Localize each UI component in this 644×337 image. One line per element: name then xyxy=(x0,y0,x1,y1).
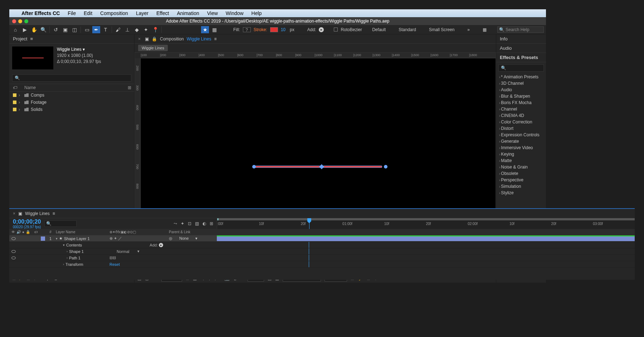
folder-solids[interactable]: ›Solids xyxy=(9,106,134,113)
shape-tool[interactable]: ▭ xyxy=(83,26,91,33)
fx-category[interactable]: › * Animation Presets xyxy=(496,74,546,80)
shy-icon[interactable]: ⊡ xyxy=(188,221,191,226)
fx-category[interactable]: › Stylize xyxy=(496,190,546,196)
menu-window[interactable]: Window xyxy=(226,10,244,16)
fx-category[interactable]: › Boris FX Mocha xyxy=(496,99,546,106)
menu-help[interactable]: Help xyxy=(252,10,262,16)
home-icon[interactable]: ⌂ xyxy=(11,26,19,33)
menu-composition[interactable]: Composition xyxy=(100,10,128,16)
minimize-button[interactable] xyxy=(18,19,22,23)
fx-category[interactable]: › Matte xyxy=(496,157,546,164)
label-swatch[interactable] xyxy=(41,236,45,241)
workspace-small[interactable]: Small Screen xyxy=(423,25,461,34)
pan-behind-tool[interactable]: ◫ xyxy=(70,26,78,33)
workspace-standard[interactable]: Standard xyxy=(392,25,423,34)
fx-category[interactable]: › Channel xyxy=(496,106,546,112)
stroke-swatch[interactable] xyxy=(270,27,278,32)
panel-menu-icon[interactable]: ≡ xyxy=(30,36,33,41)
menu-app[interactable]: After Effects CC xyxy=(21,10,60,16)
layer-contents[interactable]: ▾Contents Add: ▸ xyxy=(9,242,635,248)
fx-category[interactable]: › Perspective xyxy=(496,177,546,183)
fx-category[interactable]: › Blur & Sharpen xyxy=(496,93,546,99)
label-col-icon[interactable]: 🏷 xyxy=(34,230,38,234)
fx-category[interactable]: › Keying xyxy=(496,151,546,157)
visibility-toggle[interactable] xyxy=(11,237,16,240)
video-col-icon[interactable]: 👁 xyxy=(11,230,15,234)
comp-tab-bar[interactable]: × ▣ 🔒 Composition Wiggle Lines ≡ xyxy=(135,34,496,44)
tag-column-icon[interactable]: 🏷 xyxy=(13,85,17,90)
camera-tool[interactable]: ▣ xyxy=(61,26,69,33)
time-ruler[interactable]: :00f10f20f01:00f10f20f02:00f10f20f03:00f xyxy=(217,218,635,229)
fx-category[interactable]: › Generate xyxy=(496,138,546,145)
close-tab-icon[interactable]: × xyxy=(138,36,141,41)
lock-col-icon[interactable]: 🔒 xyxy=(26,230,30,234)
parent-dropdown[interactable]: None xyxy=(174,236,194,240)
fx-category[interactable]: › Expression Controls xyxy=(496,132,546,138)
star-icon[interactable]: ★ xyxy=(201,26,209,33)
close-button[interactable] xyxy=(12,19,16,23)
layer-list[interactable]: 1 ▾★Shape Layer 1 ⊕✦／ ◎ None ▾ ▾Contents… xyxy=(9,235,635,280)
info-panel-header[interactable]: Info xyxy=(496,34,546,44)
blend-mode-dropdown[interactable]: Normal xyxy=(109,249,136,254)
path-anchor-left[interactable] xyxy=(252,165,256,168)
timeline-search[interactable]: 🔍 xyxy=(44,220,77,227)
roto-tool[interactable]: ✦ xyxy=(142,26,150,33)
workspace-default[interactable]: Default xyxy=(366,25,392,34)
effects-panel-header[interactable]: Effects & Presets xyxy=(496,53,546,62)
comp-thumbnail[interactable] xyxy=(12,47,53,69)
flowchart-icon[interactable]: ⊞ xyxy=(128,85,131,90)
brush-tool[interactable]: 🖌 xyxy=(114,26,122,33)
path-anchor-mid[interactable] xyxy=(319,164,324,169)
stroke-width[interactable]: 10 xyxy=(279,27,287,32)
menu-file[interactable]: File xyxy=(68,10,76,16)
close-timeline-tab[interactable]: × xyxy=(13,211,15,216)
menu-edit[interactable]: Edit xyxy=(84,10,92,16)
layer-path-1[interactable]: ›Path 1 ⊟⊟ xyxy=(9,255,635,261)
add-contents-button[interactable]: ▸ xyxy=(159,243,163,247)
comp-name[interactable]: Wiggle Lines ▾ xyxy=(57,47,101,53)
mac-menubar[interactable]: After Effects CC File Edit Composition L… xyxy=(9,9,546,17)
project-search[interactable]: 🔍 xyxy=(12,74,131,82)
type-tool[interactable]: T xyxy=(102,26,109,33)
checker-icon[interactable]: ▦ xyxy=(210,26,218,33)
fill-swatch[interactable]: ? xyxy=(243,27,251,32)
puppet-tool[interactable]: 📍 xyxy=(151,26,159,33)
path-anchor-right[interactable] xyxy=(384,165,387,168)
hand-tool[interactable]: ✋ xyxy=(30,26,38,33)
comp-subtab-bar[interactable]: Wiggle Lines xyxy=(135,44,496,52)
comp-tab-name[interactable]: Wiggle Lines xyxy=(187,36,211,41)
eraser-tool[interactable]: ◆ xyxy=(133,26,141,33)
menu-layer[interactable]: Layer xyxy=(136,10,148,16)
parent-header[interactable]: Parent & Link xyxy=(167,229,217,235)
folder-comps[interactable]: ›Comps xyxy=(9,92,134,99)
tab-menu-icon[interactable]: ≡ xyxy=(214,36,216,41)
pen-tool[interactable]: ✒ xyxy=(92,26,100,33)
layer-shape-1[interactable]: ›Shape 1 Normal ▾ xyxy=(9,248,635,255)
search-help-input[interactable]: 🔍 Search Help xyxy=(497,26,544,33)
workspace-more[interactable]: » xyxy=(461,25,476,34)
audio-col-icon[interactable]: 🔊 xyxy=(16,230,21,234)
lock-icon[interactable]: 🔒 xyxy=(152,36,157,41)
shape-path[interactable] xyxy=(254,166,382,168)
draft3d-icon[interactable]: ✦ xyxy=(181,221,184,226)
project-panel-header[interactable]: Project ≡ xyxy=(9,34,134,44)
window-controls[interactable] xyxy=(12,19,28,23)
menu-effect[interactable]: Effect xyxy=(156,10,169,16)
layer-name[interactable]: Shape Layer 1 xyxy=(64,236,90,241)
fx-category[interactable]: › Color Correction xyxy=(496,119,546,125)
layer-1[interactable]: 1 ▾★Shape Layer 1 ⊕✦／ ◎ None ▾ xyxy=(9,235,635,242)
rotobezier-check[interactable] xyxy=(334,28,338,31)
path-ops-icon[interactable]: ⊟⊟ xyxy=(109,255,116,260)
zoom-button[interactable] xyxy=(24,19,28,23)
zoom-tool[interactable]: 🔍 xyxy=(39,26,47,33)
comp-mini-flowchart-icon[interactable]: ⤳ xyxy=(174,221,177,226)
orbit-tool[interactable]: ↺ xyxy=(52,26,60,33)
fx-category[interactable]: › CINEMA 4D xyxy=(496,112,546,119)
name-header[interactable]: Layer Name xyxy=(56,229,109,235)
timeline-tab-name[interactable]: Wiggle Lines xyxy=(25,211,50,216)
pickwhip-icon[interactable]: ◎ xyxy=(169,236,172,240)
name-column[interactable]: Name xyxy=(24,85,36,90)
motion-blur-icon[interactable]: ◐ xyxy=(203,221,206,226)
fx-category[interactable]: › Obsolete xyxy=(496,170,546,177)
audio-panel-header[interactable]: Audio xyxy=(496,44,546,53)
